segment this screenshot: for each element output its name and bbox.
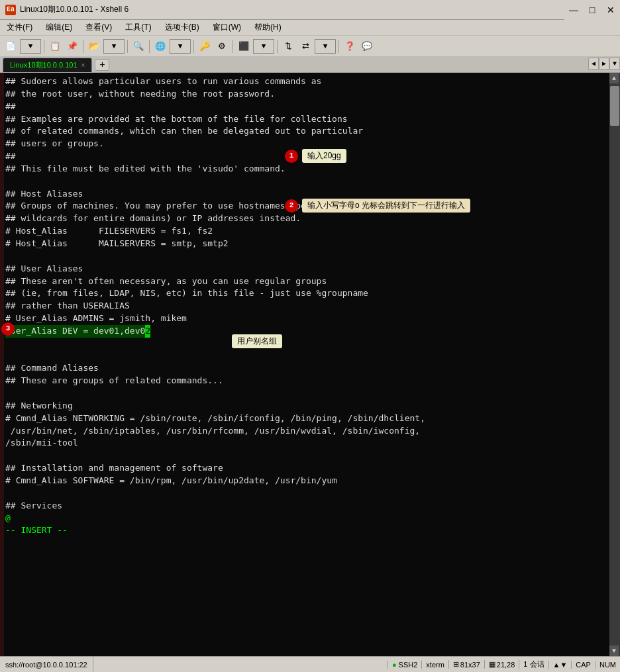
tb-settings[interactable]: ⚙ bbox=[214, 38, 230, 54]
maximize-button[interactable]: □ bbox=[583, 0, 601, 20]
tb-transfer[interactable]: ⇅ bbox=[280, 38, 296, 54]
menu-tabs[interactable]: 选项卡(B) bbox=[158, 20, 206, 36]
status-position: ▦ 21,28 bbox=[484, 660, 519, 669]
close-button[interactable]: ✕ bbox=[601, 0, 620, 20]
window-title: Linux10期10.0.0.101 - Xshell 6 bbox=[20, 4, 129, 15]
menu-edit[interactable]: 编辑(E) bbox=[39, 20, 79, 36]
status-nav[interactable]: ▲ ▼ bbox=[548, 661, 572, 669]
tb-transfer-dropdown[interactable]: ▼ bbox=[315, 39, 336, 54]
status-ssh-path: ssh://root@10.0.0.101:22 bbox=[0, 657, 93, 672]
tb-find[interactable]: 🔍 bbox=[130, 38, 146, 54]
app-icon-text: Ea bbox=[7, 6, 15, 13]
tb-globe[interactable]: 🌐 bbox=[152, 38, 168, 54]
menu-help[interactable]: 帮助(H) bbox=[248, 20, 288, 36]
menubar: 文件(F) 编辑(E) 查看(V) 工具(T) 选项卡(B) 窗口(W) 帮助(… bbox=[0, 20, 620, 36]
status-pos-icon: ▦ bbox=[489, 660, 495, 669]
status-sessions: 1 会话 bbox=[519, 659, 548, 669]
tb-copy[interactable]: 📋 bbox=[47, 38, 63, 54]
minimize-button[interactable]: — bbox=[564, 0, 583, 20]
toolbar: 📄 ▼ 📋 📌 📂 ▼ 🔍 🌐 ▼ 🔑 ⚙ ⬛ ▼ ⇅ ⇄ ▼ ❓ 💬 bbox=[0, 36, 620, 57]
titlebar-left: Ea Linux10期10.0.0.101 - Xshell 6 bbox=[0, 4, 129, 15]
tab-close-button[interactable]: × bbox=[81, 62, 85, 69]
status-protocol: ● SSH2 bbox=[388, 661, 421, 669]
tb-stop-dropdown[interactable]: ▼ bbox=[253, 39, 274, 54]
statusbar: ssh://root@10.0.0.101:22 ● SSH2 xterm ⊞ … bbox=[0, 656, 620, 672]
terminal-wrapper: ## Sudoers allows particular users to ru… bbox=[0, 73, 620, 656]
status-size-label: 81x37 bbox=[460, 661, 480, 669]
tb-sep8 bbox=[338, 40, 339, 53]
titlebar: Ea Linux10期10.0.0.101 - Xshell 6 — □ ✕ bbox=[0, 0, 620, 20]
menu-window[interactable]: 窗口(W) bbox=[206, 20, 248, 36]
tab-menu[interactable]: ▼ bbox=[609, 58, 620, 70]
tb-sep3 bbox=[127, 40, 128, 53]
tb-open-dropdown[interactable]: ▼ bbox=[103, 39, 125, 54]
tab-nav-left[interactable]: ◀ bbox=[588, 58, 599, 70]
tb-sep6 bbox=[232, 40, 233, 53]
scroll-down[interactable]: ▼ bbox=[609, 646, 619, 656]
tb-new-dropdown[interactable]: ▼ bbox=[20, 39, 41, 54]
status-term: xterm bbox=[421, 661, 448, 669]
status-protocol-label: SSH2 bbox=[399, 661, 418, 669]
tb-globe-dropdown[interactable]: ▼ bbox=[170, 39, 191, 54]
tb-stop[interactable]: ⬛ bbox=[236, 38, 252, 54]
tabbar: Linux10期10.0.0.101 × + ◀ ▶ ▼ bbox=[0, 57, 620, 73]
nav-down-icon[interactable]: ▼ bbox=[560, 661, 567, 669]
tb-sep7 bbox=[277, 40, 278, 53]
tb-help[interactable]: ❓ bbox=[342, 38, 358, 54]
tb-paste[interactable]: 📌 bbox=[64, 38, 80, 54]
terminal[interactable]: ## Sudoers allows particular users to ru… bbox=[0, 73, 609, 656]
status-dot: ● bbox=[392, 661, 397, 669]
nav-up-icon[interactable]: ▲ bbox=[553, 661, 560, 669]
status-caps: CAP bbox=[571, 661, 595, 669]
menu-view[interactable]: 查看(V) bbox=[79, 20, 119, 36]
status-right: ● SSH2 xterm ⊞ 81x37 ▦ 21,28 1 会话 ▲ ▼ CA… bbox=[388, 659, 620, 669]
tb-sep1 bbox=[44, 40, 44, 53]
menu-file[interactable]: 文件(F) bbox=[0, 20, 39, 36]
status-pos-label: 21,28 bbox=[497, 661, 515, 669]
status-size: ⊞ 81x37 bbox=[448, 660, 484, 669]
window-controls: — □ ✕ bbox=[564, 0, 620, 20]
tb-info[interactable]: 💬 bbox=[359, 38, 375, 54]
app-icon: Ea bbox=[5, 5, 16, 15]
new-tab-button[interactable]: + bbox=[95, 59, 109, 71]
status-size-icon: ⊞ bbox=[453, 660, 459, 669]
tab-active[interactable]: Linux10期10.0.0.101 × bbox=[3, 58, 92, 72]
scroll-thumb[interactable] bbox=[610, 86, 619, 126]
vertical-scrollbar[interactable]: ▲ ▼ bbox=[609, 73, 620, 656]
tb-transfer2[interactable]: ⇄ bbox=[297, 38, 313, 54]
tb-sep4 bbox=[149, 40, 150, 53]
tb-open[interactable]: 📂 bbox=[86, 38, 102, 54]
status-num: NUM bbox=[595, 661, 620, 669]
terminal-content: ## Sudoers allows particular users to ru… bbox=[5, 75, 604, 537]
tab-nav-right[interactable]: ▶ bbox=[599, 58, 609, 70]
scroll-up[interactable]: ▲ bbox=[609, 73, 619, 83]
tb-new[interactable]: 📄 bbox=[3, 38, 19, 54]
tb-sep2 bbox=[83, 40, 83, 53]
menu-tools[interactable]: 工具(T) bbox=[119, 20, 158, 36]
tb-sep5 bbox=[193, 40, 194, 53]
tb-key[interactable]: 🔑 bbox=[197, 38, 213, 54]
tab-label: Linux10期10.0.0.101 bbox=[10, 60, 78, 70]
